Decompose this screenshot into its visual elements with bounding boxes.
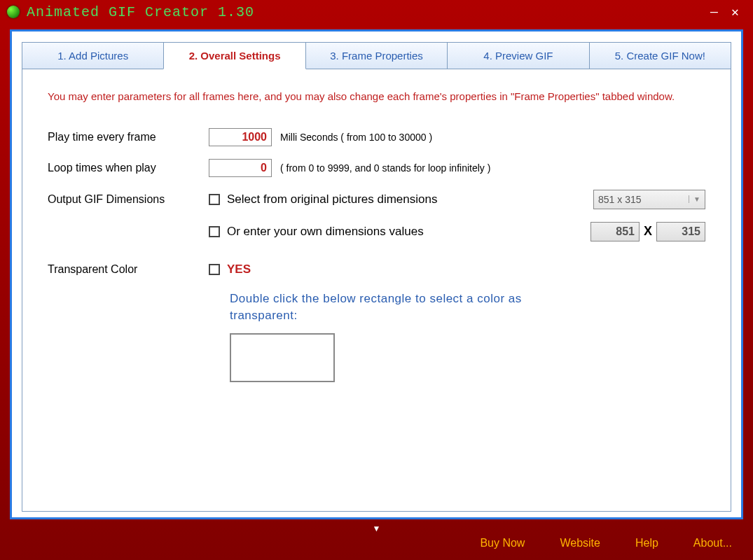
play-time-input[interactable] bbox=[209, 128, 272, 146]
help-link[interactable]: Help bbox=[635, 537, 658, 550]
hint-play-time: Milli Seconds ( from 100 to 30000 ) bbox=[280, 132, 432, 143]
label-enter-own: Or enter your own dimensions values bbox=[227, 225, 424, 239]
minimize-button[interactable]: — bbox=[704, 5, 725, 19]
tab-preview-gif[interactable]: 4. Preview GIF bbox=[447, 42, 589, 69]
dimension-height-input[interactable]: 315 bbox=[656, 222, 705, 241]
tab-add-pictures[interactable]: 1. Add Pictures bbox=[22, 42, 164, 69]
label-transparent-color: Transparent Color bbox=[48, 263, 209, 276]
window-title: Animated GIF Creator 1.30 bbox=[27, 4, 254, 20]
website-link[interactable]: Website bbox=[560, 537, 600, 550]
tab-frame-properties[interactable]: 3. Frame Properties bbox=[305, 42, 448, 69]
about-link[interactable]: About... bbox=[693, 537, 732, 550]
transparent-instruction: Double click the below rectangle to sele… bbox=[230, 290, 545, 325]
description-text: You may enter parameters for all frames … bbox=[48, 89, 705, 104]
checkbox-select-original[interactable] bbox=[209, 194, 220, 205]
dimension-preset-value: 851 x 315 bbox=[598, 194, 642, 205]
hint-loop-times: ( from 0 to 9999, and 0 stands for loop … bbox=[280, 162, 490, 174]
checkbox-enter-own[interactable] bbox=[209, 226, 220, 237]
loop-times-input[interactable] bbox=[209, 159, 272, 177]
label-select-original: Select from original pictures dimensions bbox=[227, 192, 437, 206]
checkbox-transparent-yes[interactable] bbox=[209, 264, 220, 275]
dimension-width-input[interactable]: 851 bbox=[590, 222, 640, 241]
tab-overall-settings[interactable]: 2. Overall Settings bbox=[163, 42, 305, 69]
label-output-dimensions: Output GIF Dimensions bbox=[48, 193, 209, 206]
content-frame: 1. Add Pictures 2. Overall Settings 3. F… bbox=[10, 29, 743, 519]
tab-row: 1. Add Pictures 2. Overall Settings 3. F… bbox=[22, 41, 731, 69]
dimension-x-label: X bbox=[644, 224, 652, 239]
buy-now-link[interactable]: Buy Now bbox=[480, 537, 525, 550]
transparent-color-rectangle[interactable] bbox=[230, 333, 335, 382]
title-bar: Animated GIF Creator 1.30 — ✕ bbox=[0, 0, 753, 24]
chevron-down-icon: ▼ bbox=[689, 195, 700, 203]
close-button[interactable]: ✕ bbox=[725, 4, 746, 20]
dimension-preset-select[interactable]: 851 x 315 ▼ bbox=[593, 190, 705, 209]
label-play-time: Play time every frame bbox=[48, 131, 209, 144]
tab-create-gif[interactable]: 5. Create GIF Now! bbox=[589, 42, 731, 69]
label-yes: YES bbox=[227, 262, 251, 276]
chevron-down-icon[interactable]: ▼ bbox=[373, 524, 381, 533]
label-loop-times: Loop times when play bbox=[48, 162, 209, 174]
footer: ▼ Buy Now Website Help About... bbox=[0, 526, 753, 560]
tab-body: You may enter parameters for all frames … bbox=[22, 69, 731, 512]
app-icon bbox=[7, 6, 20, 18]
